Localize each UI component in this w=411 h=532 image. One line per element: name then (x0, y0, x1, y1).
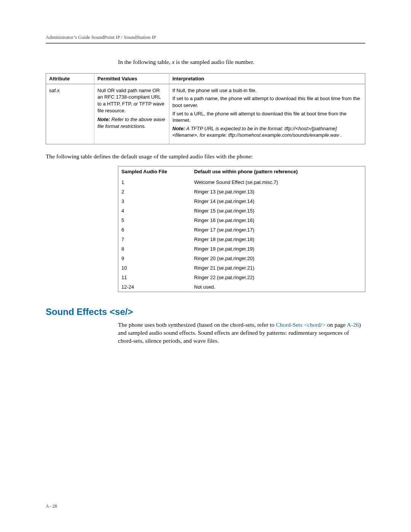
table-row: 2Ringer 13 (se.pat.ringer.13) (118, 187, 365, 197)
section-paragraph: The phone uses both synthesized (based o… (118, 321, 365, 345)
cell-sampled-file: 2 (118, 187, 191, 197)
cell-sampled-file: 10 (118, 263, 191, 273)
table-row: 1Welcome Sound Effect (se.pat.misc.7) (118, 177, 365, 187)
cell-attr: saf.x (46, 84, 94, 144)
cell-default-use: Ringer 20 (se.pat.ringer.20) (191, 254, 365, 263)
cell-default-use: Ringer 22 (se.pat.ringer.22) (191, 273, 365, 282)
intro-paragraph-1: In the following table, x is the sampled… (118, 58, 365, 66)
perm-note-label: Note: (97, 117, 110, 122)
table-row: 3Ringer 14 (se.pat.ringer.14) (118, 197, 365, 206)
sec-p-pre: The phone uses both synthesized (based o… (118, 321, 276, 328)
intro1-post: is the sampled audio file number. (175, 59, 255, 65)
cell-perm: Null OR valid path name OR an RFC 1738-c… (94, 84, 169, 144)
sec-p-mid: on page (326, 321, 347, 328)
sampled-audio-table: Sampled Audio File Default use within ph… (118, 166, 365, 292)
table-row: 6Ringer 17 (se.pat.ringer.17) (118, 225, 365, 235)
table-header-row: Attribute Permitted Values Interpretatio… (46, 73, 365, 84)
cell-sampled-file: 11 (118, 273, 191, 282)
cell-default-use: Ringer 15 (se.pat.ringer.15) (191, 206, 365, 216)
table-row: saf.x Null OR valid path name OR an RFC … (46, 84, 365, 144)
link-page-a26[interactable]: A-26 (347, 321, 359, 328)
cell-sampled-file: 6 (118, 225, 191, 235)
col-default-use: Default use within phone (pattern refere… (191, 166, 365, 177)
table-row: 9Ringer 20 (se.pat.ringer.20) (118, 254, 365, 263)
cell-sampled-file: 7 (118, 235, 191, 244)
cell-sampled-file: 1 (118, 177, 191, 187)
table-row: 7Ringer 18 (se.pat.ringer.18) (118, 235, 365, 244)
cell-default-use: Ringer 19 (se.pat.ringer.19) (191, 244, 365, 254)
page: Administrator’s Guide SoundPoint IP / So… (0, 0, 411, 532)
header-rule (46, 43, 365, 44)
cell-default-use: Welcome Sound Effect (se.pat.misc.7) (191, 177, 365, 187)
section-heading-sound-effects: Sound Effects <se/> (46, 307, 365, 317)
cell-interp: If Null, the phone will use a built-in f… (169, 84, 365, 144)
cell-default-use: Ringer 14 (se.pat.ringer.14) (191, 197, 365, 206)
table-header-row: Sampled Audio File Default use within ph… (118, 166, 365, 177)
cell-default-use: Not used. (191, 282, 365, 292)
col-permitted: Permitted Values (94, 73, 169, 84)
cell-sampled-file: 8 (118, 244, 191, 254)
col-interpretation: Interpretation (169, 73, 365, 84)
intro-paragraph-2: The following table defines the default … (46, 153, 365, 161)
running-header: Administrator’s Guide SoundPoint IP / So… (46, 34, 365, 40)
col-attribute: Attribute (46, 73, 94, 84)
table-row: 11Ringer 22 (se.pat.ringer.22) (118, 273, 365, 282)
table-row: 10Ringer 21 (se.pat.ringer.21) (118, 263, 365, 273)
cell-sampled-file: 4 (118, 206, 191, 216)
table-row: 8Ringer 19 (se.pat.ringer.19) (118, 244, 365, 254)
cell-sampled-file: 5 (118, 216, 191, 225)
cell-default-use: Ringer 13 (se.pat.ringer.13) (191, 187, 365, 197)
intro1-var: x (172, 59, 175, 65)
table-row: 5Ringer 16 (se.pat.ringer.16) (118, 216, 365, 225)
table-row: 4Ringer 15 (se.pat.ringer.15) (118, 206, 365, 216)
interp-l3: If set to a URL, the phone will attempt … (172, 110, 362, 124)
interp-l2: If set to a path name, the phone will at… (172, 95, 362, 109)
link-chord-sets[interactable]: Chord-Sets <chord/> (276, 321, 326, 328)
page-number: A - 28 (46, 503, 57, 509)
interp-note-label: Note: (172, 126, 185, 131)
intro1-pre: In the following table, (118, 59, 172, 65)
attribute-table: Attribute Permitted Values Interpretatio… (46, 73, 365, 144)
cell-default-use: Ringer 16 (se.pat.ringer.16) (191, 216, 365, 225)
interp-note-body: A TFTP URL is expected to be in the form… (172, 126, 342, 138)
table-row: 12-24Not used. (118, 282, 365, 292)
cell-sampled-file: 12-24 (118, 282, 191, 292)
perm-note: Note: Refer to the above wave file forma… (97, 116, 166, 129)
cell-default-use: Ringer 17 (se.pat.ringer.17) (191, 225, 365, 235)
cell-default-use: Ringer 21 (se.pat.ringer.21) (191, 263, 365, 273)
cell-default-use: Ringer 18 (se.pat.ringer.18) (191, 235, 365, 244)
cell-sampled-file: 3 (118, 197, 191, 206)
perm-main: Null OR valid path name OR an RFC 1738-c… (97, 87, 166, 114)
sampled-table-wrap: Sampled Audio File Default use within ph… (118, 166, 365, 292)
col-sampled-file: Sampled Audio File (118, 166, 191, 177)
interp-l1: If Null, the phone will use a built-in f… (172, 87, 362, 94)
interp-note: Note: A TFTP URL is expected to be in th… (172, 125, 362, 139)
cell-sampled-file: 9 (118, 254, 191, 263)
